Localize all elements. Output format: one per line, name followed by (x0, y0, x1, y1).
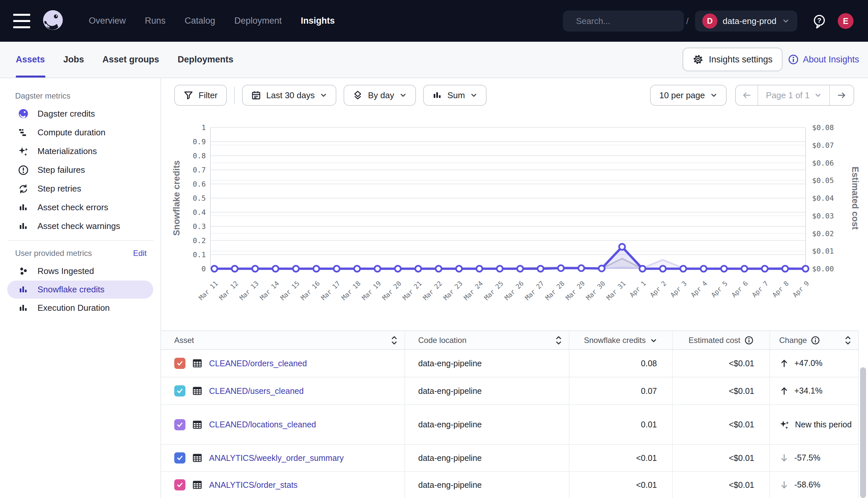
sidebar-item-execution-duration[interactable]: Execution Duration (0, 299, 161, 317)
svg-text:$0.03: $0.03 (812, 212, 834, 220)
hamburger-menu-icon[interactable] (13, 14, 31, 28)
insights-subnav: Assets Jobs Asset groups Deployments Ins… (0, 42, 868, 78)
asset-link[interactable]: CLEANED/orders_cleaned (209, 359, 307, 368)
table-asset-icon (192, 419, 203, 430)
sort-icon[interactable] (844, 336, 852, 345)
column-header-change[interactable]: Change (770, 331, 859, 349)
insights-tabs: Assets Jobs Asset groups Deployments (16, 42, 233, 78)
sidebar-item-label: Snowflake credits (38, 285, 104, 294)
info-icon[interactable] (811, 336, 820, 345)
sidebar-item-label: Rows Ingested (38, 266, 94, 276)
svg-text:Mar 11: Mar 11 (197, 279, 219, 302)
insights-settings-button[interactable]: Insights settings (682, 48, 782, 71)
svg-text:$0.08: $0.08 (812, 123, 834, 132)
sort-desc-icon[interactable] (650, 336, 658, 344)
sidebar-divider (7, 240, 153, 241)
tab-jobs[interactable]: Jobs (63, 54, 84, 65)
nav-item-runs[interactable]: Runs (145, 16, 166, 26)
insights-settings-label: Insights settings (709, 54, 773, 65)
user-metrics-section-title: User provided metrics Edit (0, 245, 161, 262)
column-header-asset[interactable]: Asset (161, 331, 405, 349)
pagination: Page 1 of 1 (735, 85, 854, 106)
svg-text:$0.07: $0.07 (812, 141, 834, 149)
column-header-snowflake-credits[interactable]: Snowflake credits (570, 331, 673, 349)
about-insights-link[interactable]: About Insights (788, 48, 859, 71)
nav-item-deployment[interactable]: Deployment (234, 16, 282, 26)
nav-item-catalog[interactable]: Catalog (185, 16, 215, 26)
asset-link[interactable]: CLEANED/users_cleaned (209, 386, 304, 396)
sort-icon[interactable] (390, 336, 398, 345)
svg-text:Mar 24: Mar 24 (462, 279, 484, 302)
bar-chart-icon (17, 202, 29, 213)
next-page-button[interactable] (829, 86, 854, 105)
nav-item-insights[interactable]: Insights (301, 16, 335, 26)
svg-text:Apr 6: Apr 6 (730, 279, 750, 299)
credits-cell: <0.01 (570, 445, 673, 471)
info-icon[interactable] (744, 336, 754, 345)
chart-toolbar: Filter Last 30 days (161, 85, 868, 108)
sidebar-item-compute-duration[interactable]: Compute duration (0, 123, 161, 142)
row-checkbox[interactable] (174, 385, 186, 396)
search-input[interactable] (576, 16, 686, 26)
svg-text:Apr 2: Apr 2 (648, 279, 668, 299)
credits-cell: 0.08 (570, 350, 673, 377)
aggregation-dropdown[interactable]: Sum (423, 85, 487, 106)
sidebar-item-asset-check-errors[interactable]: Asset check errors (0, 198, 161, 217)
svg-text:Apr 4: Apr 4 (689, 279, 709, 299)
sidebar-item-snowflake-credits[interactable]: Snowflake credits (7, 280, 153, 299)
svg-text:Mar 31: Mar 31 (605, 279, 627, 302)
chevron-down-icon (781, 17, 790, 25)
global-search[interactable]: / (563, 11, 684, 31)
per-page-dropdown[interactable]: 10 per page (650, 85, 727, 106)
sidebar-item-rows-ingested[interactable]: Rows Ingested (0, 262, 161, 280)
table-asset-icon (192, 358, 203, 369)
dots-icon (17, 265, 29, 277)
sidebar-item-label: Materializations (38, 146, 97, 156)
tab-asset-groups[interactable]: Asset groups (103, 54, 159, 65)
sidebar-item-step-failures[interactable]: Step failures (0, 161, 161, 179)
chevron-down-icon (814, 92, 822, 99)
row-checkbox[interactable] (174, 419, 186, 430)
dagster-logo-icon[interactable] (41, 9, 65, 33)
sidebar-item-step-retries[interactable]: Step retries (0, 179, 161, 198)
date-range-dropdown[interactable]: Last 30 days (242, 85, 336, 106)
bar-chart-icon (432, 90, 442, 100)
toolbar-divider (234, 87, 235, 104)
column-header-code-location[interactable]: Code location (405, 331, 570, 349)
change-cell: +47.0% (770, 350, 859, 377)
table-row: CLEANED/users_cleaned data-eng-pipeline … (161, 378, 859, 405)
chevron-down-icon (710, 92, 717, 99)
help-icon[interactable]: ? (811, 12, 828, 29)
tab-deployments[interactable]: Deployments (178, 54, 233, 65)
sidebar-item-materializations[interactable]: Materializations (0, 142, 161, 161)
page-indicator-dropdown[interactable]: Page 1 of 1 (758, 86, 829, 105)
edit-metrics-link[interactable]: Edit (133, 249, 146, 258)
asset-link[interactable]: CLEANED/locations_cleaned (209, 420, 316, 429)
grouping-dropdown[interactable]: By day (344, 85, 416, 106)
svg-text:Mar 23: Mar 23 (442, 279, 464, 302)
scrollbar-thumb[interactable] (860, 367, 866, 498)
prev-page-button[interactable] (736, 86, 758, 105)
user-avatar[interactable]: E (838, 13, 854, 29)
asset-link[interactable]: ANALYTICS/order_stats (209, 480, 297, 490)
row-checkbox[interactable] (174, 358, 186, 369)
tab-assets[interactable]: Assets (16, 54, 45, 65)
svg-text:Apr 1: Apr 1 (628, 279, 648, 299)
check-icon (176, 387, 183, 394)
column-header-estimated-cost[interactable]: Estimated cost (673, 331, 770, 349)
sidebar-item-asset-check-warnings[interactable]: Asset check warnings (0, 217, 161, 236)
sidebar-item-label: Dagster credits (38, 109, 95, 119)
asset-link[interactable]: ANALYTICS/weekly_order_summary (209, 453, 344, 463)
sidebar-item-label: Compute duration (38, 128, 105, 137)
row-checkbox[interactable] (174, 479, 186, 490)
filter-button[interactable]: Filter (174, 85, 227, 106)
svg-text:0.4: 0.4 (193, 208, 206, 217)
table-asset-icon (192, 453, 203, 463)
workspace-switcher[interactable]: D data-eng-prod (695, 11, 797, 31)
nav-item-overview[interactable]: Overview (89, 16, 126, 26)
sort-icon[interactable] (554, 336, 563, 345)
row-checkbox[interactable] (174, 453, 186, 463)
sidebar-item-dagster-credits[interactable]: Dagster credits (0, 104, 161, 123)
arrow-left-icon (742, 90, 752, 100)
svg-text:Estimated cost: Estimated cost (850, 167, 860, 230)
